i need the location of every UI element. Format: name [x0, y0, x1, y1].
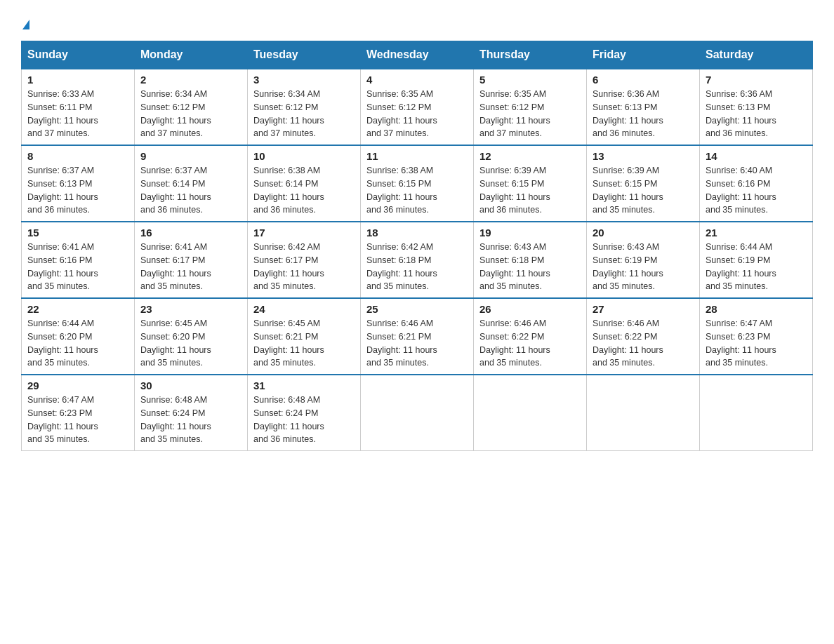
- day-info: Sunrise: 6:46 AMSunset: 6:21 PMDaylight:…: [366, 318, 437, 368]
- day-info: Sunrise: 6:46 AMSunset: 6:22 PMDaylight:…: [479, 318, 550, 368]
- day-number: 26: [479, 303, 581, 315]
- day-number: 20: [593, 227, 694, 239]
- calendar-week-2: 8 Sunrise: 6:37 AMSunset: 6:13 PMDayligh…: [22, 145, 813, 222]
- day-number: 4: [366, 74, 468, 86]
- calendar-table: SundayMondayTuesdayWednesdayThursdayFrid…: [21, 41, 813, 451]
- calendar-cell: 29 Sunrise: 6:47 AMSunset: 6:23 PMDaylig…: [22, 375, 135, 451]
- day-header-wednesday: Wednesday: [361, 41, 474, 69]
- day-number: 21: [706, 227, 807, 239]
- day-number: 13: [593, 150, 694, 162]
- calendar-cell: [587, 375, 700, 451]
- day-number: 2: [140, 74, 241, 86]
- calendar-cell: 22 Sunrise: 6:44 AMSunset: 6:20 PMDaylig…: [22, 298, 135, 375]
- day-number: 11: [366, 150, 468, 162]
- day-number: 30: [140, 380, 241, 391]
- day-info: Sunrise: 6:45 AMSunset: 6:21 PMDaylight:…: [253, 318, 324, 368]
- calendar-week-4: 22 Sunrise: 6:44 AMSunset: 6:20 PMDaylig…: [22, 298, 813, 375]
- day-info: Sunrise: 6:42 AMSunset: 6:18 PMDaylight:…: [366, 242, 437, 291]
- day-number: 17: [253, 227, 355, 239]
- calendar-cell: 3 Sunrise: 6:34 AMSunset: 6:12 PMDayligh…: [248, 69, 361, 145]
- calendar-cell: 31 Sunrise: 6:48 AMSunset: 6:24 PMDaylig…: [248, 375, 361, 451]
- calendar-cell: 27 Sunrise: 6:46 AMSunset: 6:22 PMDaylig…: [587, 298, 700, 375]
- day-number: 31: [253, 380, 355, 391]
- calendar-cell: 12 Sunrise: 6:39 AMSunset: 6:15 PMDaylig…: [474, 145, 587, 222]
- day-info: Sunrise: 6:38 AMSunset: 6:14 PMDaylight:…: [253, 166, 324, 215]
- day-header-tuesday: Tuesday: [248, 41, 361, 69]
- day-info: Sunrise: 6:37 AMSunset: 6:13 PMDaylight:…: [27, 166, 98, 215]
- calendar-cell: 19 Sunrise: 6:43 AMSunset: 6:18 PMDaylig…: [474, 222, 587, 298]
- page-header: [21, 14, 813, 34]
- calendar-cell: 14 Sunrise: 6:40 AMSunset: 6:16 PMDaylig…: [700, 145, 813, 222]
- day-info: Sunrise: 6:35 AMSunset: 6:12 PMDaylight:…: [366, 89, 437, 138]
- calendar-cell: 5 Sunrise: 6:35 AMSunset: 6:12 PMDayligh…: [474, 69, 587, 145]
- calendar-cell: [474, 375, 587, 451]
- calendar-cell: 17 Sunrise: 6:42 AMSunset: 6:17 PMDaylig…: [248, 222, 361, 298]
- day-info: Sunrise: 6:44 AMSunset: 6:20 PMDaylight:…: [27, 318, 98, 368]
- day-info: Sunrise: 6:36 AMSunset: 6:13 PMDaylight:…: [706, 89, 776, 138]
- calendar-cell: 4 Sunrise: 6:35 AMSunset: 6:12 PMDayligh…: [361, 69, 474, 145]
- calendar-cell: 2 Sunrise: 6:34 AMSunset: 6:12 PMDayligh…: [135, 69, 248, 145]
- day-info: Sunrise: 6:46 AMSunset: 6:22 PMDaylight:…: [593, 318, 663, 368]
- day-info: Sunrise: 6:40 AMSunset: 6:16 PMDaylight:…: [706, 166, 776, 215]
- day-header-friday: Friday: [587, 41, 700, 69]
- calendar-cell: 21 Sunrise: 6:44 AMSunset: 6:19 PMDaylig…: [700, 222, 813, 298]
- calendar-cell: 25 Sunrise: 6:46 AMSunset: 6:21 PMDaylig…: [361, 298, 474, 375]
- day-number: 27: [593, 303, 694, 315]
- calendar-cell: 16 Sunrise: 6:41 AMSunset: 6:17 PMDaylig…: [135, 222, 248, 298]
- calendar-week-5: 29 Sunrise: 6:47 AMSunset: 6:23 PMDaylig…: [22, 375, 813, 451]
- day-number: 5: [479, 74, 581, 86]
- calendar-cell: 26 Sunrise: 6:46 AMSunset: 6:22 PMDaylig…: [474, 298, 587, 375]
- day-info: Sunrise: 6:35 AMSunset: 6:12 PMDaylight:…: [479, 89, 550, 138]
- calendar-cell: 18 Sunrise: 6:42 AMSunset: 6:18 PMDaylig…: [361, 222, 474, 298]
- calendar-week-3: 15 Sunrise: 6:41 AMSunset: 6:16 PMDaylig…: [22, 222, 813, 298]
- logo-general-line: [21, 14, 29, 34]
- calendar-cell: 23 Sunrise: 6:45 AMSunset: 6:20 PMDaylig…: [135, 298, 248, 375]
- calendar-cell: 20 Sunrise: 6:43 AMSunset: 6:19 PMDaylig…: [587, 222, 700, 298]
- day-info: Sunrise: 6:36 AMSunset: 6:13 PMDaylight:…: [593, 89, 663, 138]
- day-header-thursday: Thursday: [474, 41, 587, 69]
- day-info: Sunrise: 6:37 AMSunset: 6:14 PMDaylight:…: [140, 166, 211, 215]
- calendar-cell: 7 Sunrise: 6:36 AMSunset: 6:13 PMDayligh…: [700, 69, 813, 145]
- day-number: 3: [253, 74, 355, 86]
- day-info: Sunrise: 6:34 AMSunset: 6:12 PMDaylight:…: [140, 89, 211, 138]
- calendar-cell: 1 Sunrise: 6:33 AMSunset: 6:11 PMDayligh…: [22, 69, 135, 145]
- day-number: 29: [27, 380, 128, 391]
- calendar-cell: 15 Sunrise: 6:41 AMSunset: 6:16 PMDaylig…: [22, 222, 135, 298]
- day-header-saturday: Saturday: [700, 41, 813, 69]
- day-number: 24: [253, 303, 355, 315]
- calendar-cell: 24 Sunrise: 6:45 AMSunset: 6:21 PMDaylig…: [248, 298, 361, 375]
- logo: [21, 14, 29, 34]
- day-number: 25: [366, 303, 468, 315]
- calendar-cell: 30 Sunrise: 6:48 AMSunset: 6:24 PMDaylig…: [135, 375, 248, 451]
- calendar-cell: 28 Sunrise: 6:47 AMSunset: 6:23 PMDaylig…: [700, 298, 813, 375]
- day-number: 6: [593, 74, 694, 86]
- day-number: 15: [27, 227, 128, 239]
- day-info: Sunrise: 6:41 AMSunset: 6:16 PMDaylight:…: [27, 242, 98, 291]
- day-info: Sunrise: 6:47 AMSunset: 6:23 PMDaylight:…: [27, 395, 98, 444]
- day-info: Sunrise: 6:48 AMSunset: 6:24 PMDaylight:…: [140, 395, 211, 444]
- day-info: Sunrise: 6:47 AMSunset: 6:23 PMDaylight:…: [706, 318, 776, 368]
- calendar-cell: 6 Sunrise: 6:36 AMSunset: 6:13 PMDayligh…: [587, 69, 700, 145]
- day-number: 28: [706, 303, 807, 315]
- logo-triangle-icon: [22, 20, 29, 29]
- calendar-cell: 8 Sunrise: 6:37 AMSunset: 6:13 PMDayligh…: [22, 145, 135, 222]
- calendar-cell: 10 Sunrise: 6:38 AMSunset: 6:14 PMDaylig…: [248, 145, 361, 222]
- day-info: Sunrise: 6:43 AMSunset: 6:19 PMDaylight:…: [593, 242, 663, 291]
- day-info: Sunrise: 6:39 AMSunset: 6:15 PMDaylight:…: [593, 166, 663, 215]
- day-info: Sunrise: 6:41 AMSunset: 6:17 PMDaylight:…: [140, 242, 211, 291]
- day-info: Sunrise: 6:39 AMSunset: 6:15 PMDaylight:…: [479, 166, 550, 215]
- day-number: 16: [140, 227, 241, 239]
- day-number: 19: [479, 227, 581, 239]
- day-info: Sunrise: 6:34 AMSunset: 6:12 PMDaylight:…: [253, 89, 324, 138]
- day-info: Sunrise: 6:33 AMSunset: 6:11 PMDaylight:…: [27, 89, 98, 138]
- day-header-sunday: Sunday: [22, 41, 135, 69]
- calendar-cell: 9 Sunrise: 6:37 AMSunset: 6:14 PMDayligh…: [135, 145, 248, 222]
- day-info: Sunrise: 6:44 AMSunset: 6:19 PMDaylight:…: [706, 242, 776, 291]
- day-info: Sunrise: 6:42 AMSunset: 6:17 PMDaylight:…: [253, 242, 324, 291]
- day-number: 9: [140, 150, 241, 162]
- calendar-header-row: SundayMondayTuesdayWednesdayThursdayFrid…: [22, 41, 813, 69]
- day-info: Sunrise: 6:38 AMSunset: 6:15 PMDaylight:…: [366, 166, 437, 215]
- day-number: 22: [27, 303, 128, 315]
- calendar-week-1: 1 Sunrise: 6:33 AMSunset: 6:11 PMDayligh…: [22, 69, 813, 145]
- day-number: 8: [27, 150, 128, 162]
